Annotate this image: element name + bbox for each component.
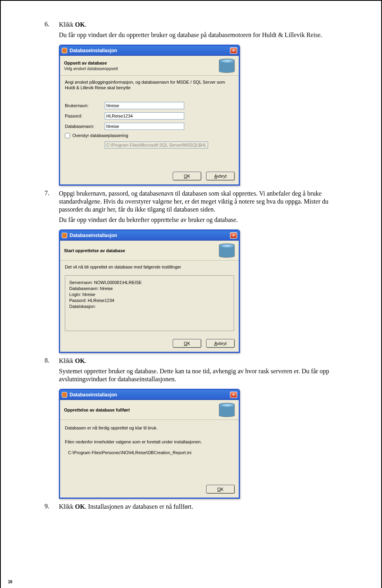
step-6-num: 6.	[45, 21, 59, 41]
ok-button[interactable]: OK	[173, 339, 201, 348]
ok-button[interactable]: OK	[206, 485, 235, 494]
dialog2-desc: Det vil nå bli opprettet en database med…	[65, 265, 234, 270]
dialog1-heading: Oppsett av database	[64, 61, 216, 65]
close-icon[interactable]: ×	[230, 392, 237, 398]
dialog-confirm: Databaseinstallasjon × Start opprettelse…	[59, 229, 240, 353]
step-8: 8. Klikk OK. Systemet oppretter bruker o…	[45, 357, 351, 386]
step-8-num: 8.	[45, 357, 59, 386]
checkbox-override[interactable]	[65, 133, 70, 138]
dialog-done: Databaseinstallasjon × Opprettelse av da…	[59, 389, 240, 499]
dialog-setup: Databaseinstallasjon × Oppsett av databa…	[59, 45, 240, 186]
dialog3-titlebar: Databaseinstallasjon ×	[60, 390, 239, 400]
input-dbname[interactable]	[105, 123, 184, 130]
dialog3-body: Opprettelse av database fullført Databas…	[60, 400, 239, 498]
step-9-num: 9.	[45, 503, 59, 513]
app-icon	[62, 392, 67, 398]
dialog2-heading: Start opprettelse av database	[64, 248, 216, 253]
step-7-p2: Du får opp vinduet der du bekrefter oppr…	[59, 216, 351, 224]
dialog3-buttons: OK	[60, 481, 239, 498]
step-8-line1: Klikk OK.	[59, 357, 351, 365]
dialog3-heading: Opprettelse av database fullført	[64, 408, 216, 412]
step-7-body: Oppgi brukernavn, passord, og databasena…	[59, 190, 351, 226]
row-username: Brukernavn:	[65, 102, 234, 109]
step-9-body: Klikk OK. Installasjonen av databasen er…	[59, 503, 351, 513]
app-icon	[62, 233, 67, 238]
label-password: Passord:	[65, 114, 105, 118]
dialog1-title: Databaseinstallasjon	[70, 48, 230, 53]
close-icon[interactable]: ×	[230, 232, 237, 239]
label-dbname: Databasenavn:	[65, 124, 105, 129]
step-9-line: Klikk OK. Installasjonen av databasen er…	[59, 503, 351, 511]
summary-server: Servernavn: NOWL000081\HLREISE	[69, 280, 230, 286]
dialog1-desc: Angi ønsket påloggingsinformasjon, og da…	[65, 80, 234, 91]
dialog1-heading-area: Oppsett av database Velg ønsket database…	[60, 56, 239, 76]
cancel-button[interactable]: Avbryt	[206, 339, 235, 348]
dialog2-body: Start opprettelse av database Det vil nå…	[60, 240, 239, 352]
summary-password: Passord: HLReise1234	[69, 298, 230, 304]
step-7-num: 7.	[45, 190, 59, 226]
dialog1-buttons: OK Avbryt	[60, 168, 239, 184]
summary-login: Login: hlreise	[69, 292, 230, 298]
page: 6. Klikk OK. Du får opp vinduet der du o…	[0, 0, 382, 588]
database-icon	[219, 59, 235, 73]
row-path	[65, 141, 234, 149]
settings-summary: Servernavn: NOWL000081\HLREISE Databasen…	[65, 275, 234, 331]
done-report-path: C:\Program Files\Personec\NO\HLReise\DBC…	[65, 449, 234, 457]
input-username[interactable]	[105, 102, 184, 109]
row-password: Passord:	[65, 112, 234, 120]
step-7-p1: Oppgi brukernavn, passord, og databasena…	[59, 190, 351, 214]
step-7: 7. Oppgi brukernavn, passord, og databas…	[45, 190, 351, 226]
step-8-body: Klikk OK. Systemet oppretter bruker og d…	[59, 357, 351, 386]
summary-dbname: Databasenavn: hlreise	[69, 286, 230, 292]
dialog1-body: Oppsett av database Velg ønsket database…	[60, 55, 239, 184]
dialog2-titlebar: Databaseinstallasjon ×	[60, 231, 239, 240]
database-icon	[219, 403, 235, 417]
page-number: 16	[8, 580, 12, 584]
done-line1: Databasen er nå ferdig opprettet og klar…	[65, 424, 234, 432]
dialog3-title: Databaseinstallasjon	[70, 392, 230, 398]
step-6-body: Klikk OK. Du får opp vinduet der du oppr…	[59, 21, 351, 41]
row-override: Overstyr databaseplassering	[65, 133, 234, 138]
step-6-line2: Du får opp vinduet der du oppretter bruk…	[59, 31, 351, 39]
summary-location: Datalokasjon:	[69, 304, 230, 310]
step-8-p2: Systemet oppretter bruker og database. D…	[59, 367, 351, 383]
dialog3-heading-area: Opprettelse av database fullført	[60, 400, 239, 420]
step-9: 9. Klikk OK. Installasjonen av databasen…	[45, 503, 351, 513]
done-line2: Filen nedenfor inneholder valgene som er…	[65, 438, 234, 446]
label-username: Brukernavn:	[65, 103, 105, 108]
cancel-button[interactable]: Avbryt	[206, 172, 235, 180]
dialog1-titlebar: Databaseinstallasjon ×	[60, 46, 239, 55]
input-password[interactable]	[105, 112, 184, 120]
dialog1-sub: Velg ønsket databaseoppsett	[64, 66, 216, 71]
app-icon	[62, 48, 67, 53]
database-icon	[219, 243, 235, 258]
dialog2-title: Databaseinstallasjon	[70, 233, 230, 238]
input-path	[105, 141, 208, 149]
ok-button[interactable]: OK	[173, 172, 201, 180]
row-dbname: Databasenavn:	[65, 123, 234, 130]
label-override: Overstyr databaseplassering	[72, 133, 128, 138]
step-6: 6. Klikk OK. Du får opp vinduet der du o…	[45, 21, 351, 41]
dialog2-buttons: OK Avbryt	[60, 335, 239, 352]
close-icon[interactable]: ×	[230, 47, 237, 54]
dialog2-heading-area: Start opprettelse av database	[60, 241, 239, 261]
step-6-line1: Klikk OK.	[59, 21, 351, 29]
